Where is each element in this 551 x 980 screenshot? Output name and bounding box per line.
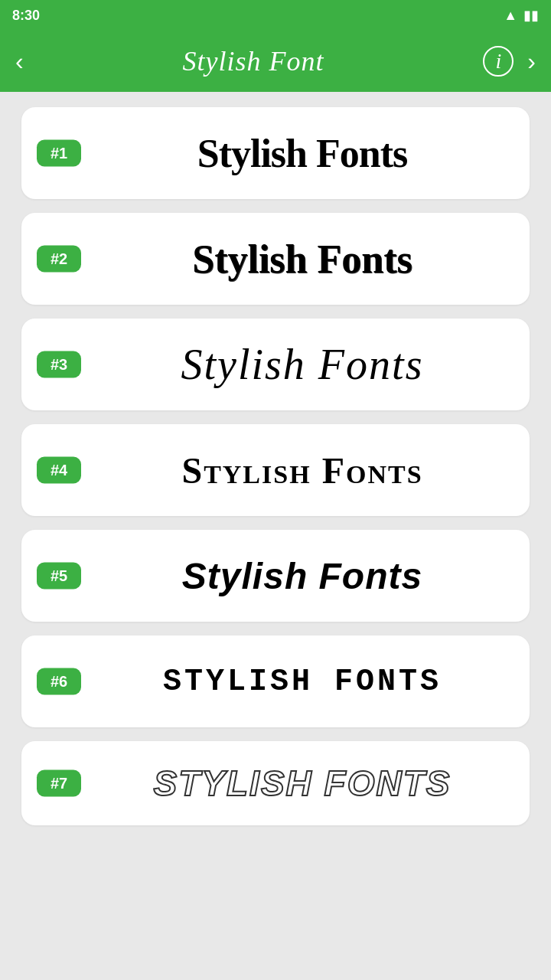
forward-button[interactable]: › (527, 47, 536, 76)
font-sample-7: STYLISH FONTS (40, 763, 511, 804)
font-sample-5: Stylish Fonts (40, 555, 511, 597)
status-icons: ▲ ▮▮ (504, 7, 539, 24)
wifi-icon: ▲ (504, 8, 517, 24)
status-time: 8:30 (12, 8, 40, 24)
font-card-1[interactable]: #1 Stylish Fonts (21, 107, 530, 199)
font-badge-1: #1 (37, 140, 81, 167)
info-icon: i (495, 49, 501, 74)
font-badge-3: #3 (37, 351, 81, 378)
toolbar-actions: i › (483, 46, 536, 77)
font-badge-5: #5 (37, 563, 81, 590)
font-sample-4: Stylish Fonts (40, 449, 511, 492)
font-sample-6: Stylish Fonts (40, 665, 511, 699)
font-list: #1 Stylish Fonts #2 Stylish Fonts #3 Sty… (0, 92, 551, 841)
font-card-6[interactable]: #6 Stylish Fonts (21, 635, 530, 727)
font-badge-6: #6 (37, 668, 81, 695)
font-card-7[interactable]: #7 STYLISH FONTS (21, 741, 530, 825)
font-card-5[interactable]: #5 Stylish Fonts (21, 530, 530, 622)
font-badge-4: #4 (37, 457, 81, 484)
font-card-4[interactable]: #4 Stylish Fonts (21, 424, 530, 516)
font-badge-7: #7 (37, 770, 81, 797)
font-sample-3: Stylish Fonts (40, 340, 511, 389)
status-bar: 8:30 ▲ ▮▮ (0, 0, 551, 31)
back-button[interactable]: ‹ (15, 49, 24, 74)
info-button[interactable]: i (483, 46, 514, 77)
battery-icon: ▮▮ (523, 7, 539, 24)
font-badge-2: #2 (37, 246, 81, 273)
font-sample-2: Stylish Fonts (40, 237, 511, 282)
toolbar: ‹ Stylish Font i › (0, 31, 551, 92)
font-sample-1: Stylish Fonts (40, 131, 511, 176)
font-card-3[interactable]: #3 Stylish Fonts (21, 318, 530, 410)
font-card-2[interactable]: #2 Stylish Fonts (21, 213, 530, 305)
toolbar-title: Stylish Font (183, 45, 324, 77)
